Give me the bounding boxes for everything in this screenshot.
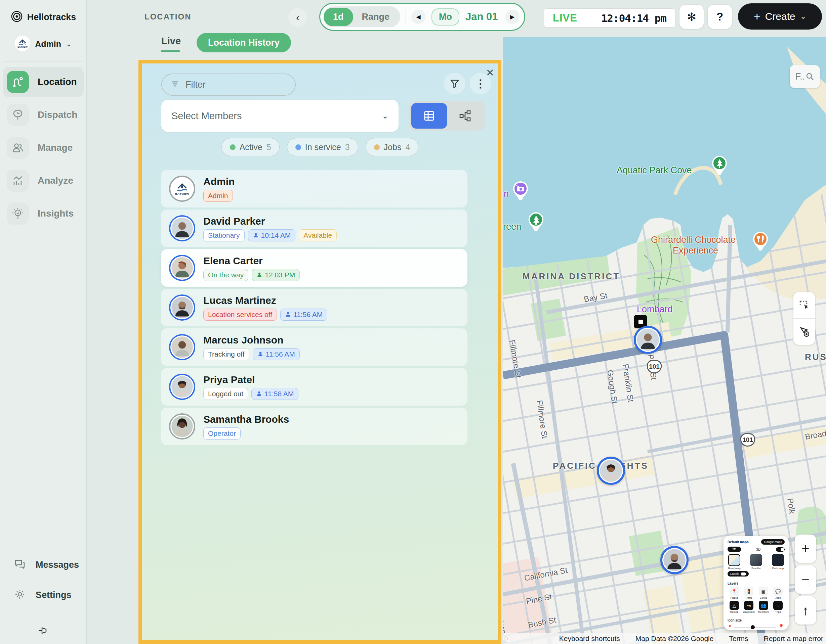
tilt-button[interactable]: ↑ [795,596,816,624]
map-search-button[interactable]: F.. [790,65,820,88]
google-maps-button[interactable]: Google maps [761,539,785,545]
marquee-select-icon [798,299,810,311]
chevron-left-icon: ‹ [296,12,300,23]
select-members-dropdown[interactable]: Select Members ⌄ [161,100,399,132]
layer-zones[interactable]: ▣Zones [757,587,770,599]
zoom-out-button[interactable]: − [795,565,816,594]
account-name: Admin [35,39,61,49]
member-row-lucas-martinez[interactable]: Lucas Martinez Location services off 11:… [161,289,467,327]
next-day-button[interactable]: ▶ [505,10,520,24]
report-error-link[interactable]: Report a map error [764,635,823,642]
range-1d-button[interactable]: 1d [324,8,353,26]
filter-input[interactable] [185,80,286,90]
prev-day-button[interactable]: ◀ [411,10,425,24]
sidebar: Hellotracks BAYVIEW Admin ⌄ Location [0,0,87,644]
dispatch-icon [7,104,29,126]
member-name: David Parker [203,215,337,227]
availability-badge: Available [299,229,337,242]
member-row-samantha-brooks[interactable]: Samantha Brooks Operator [161,408,467,445]
labels-toggle[interactable]: Labels [728,571,749,576]
status-chips: Active 5 In service 3 Jobs 4 [142,138,498,156]
layer-waypoints[interactable]: ↝Waypoints [742,601,756,613]
tab-location-history[interactable]: Location History [197,33,291,53]
sidebar-item-analyze[interactable]: Analyze [3,166,84,196]
chart-icon [7,170,29,192]
layer-members[interactable]: 👥Members [757,601,770,613]
keyboard-shortcuts-link[interactable]: Keyboard shortcuts [559,635,620,642]
highway-101-shield: 101 [740,433,755,447]
add-place-button[interactable] [793,319,815,345]
tab-live[interactable]: Live [161,36,181,46]
sidebar-item-dispatch[interactable]: Dispatch [3,100,84,130]
poi-label-aquatic-park[interactable]: Aquatic Park Cove [616,165,692,176]
map-avatar-priya-patel[interactable] [597,457,625,485]
collapse-left-button[interactable]: ‹ [288,8,307,27]
sidebar-item-location[interactable]: Location [3,67,84,97]
sidebar-item-messages[interactable]: Messages [0,550,86,580]
layer-trips[interactable]: 𝆺Trips [772,601,785,613]
member-row-david-parker[interactable]: David Parker Stationary 10:14 AM Availab… [161,209,467,247]
park-pin-icon[interactable] [527,212,545,233]
more-options-button[interactable]: ⋮ [470,73,491,94]
selected-date[interactable]: Jan 01 [466,11,498,23]
poi-label-ghirardelli[interactable]: Ghirardelli ChocolateExperience [651,234,718,256]
map-avatar-david-parker[interactable] [634,326,662,354]
restaurant-pin-icon[interactable] [752,231,769,252]
sidebar-item-manage[interactable]: Manage [3,133,84,163]
filter-field[interactable] [161,74,296,96]
avatar: BAYVIEW [169,176,195,202]
chip-active[interactable]: Active 5 [222,138,279,156]
create-button[interactable]: + Create ⌄ [738,3,822,29]
sidebar-item-insights[interactable]: Insights [3,198,84,229]
account-switcher[interactable]: BAYVIEW Admin ⌄ [0,36,86,53]
photo-pin-icon[interactable] [512,181,529,202]
2d-button[interactable]: 2D [728,546,741,552]
layer-routes[interactable]: △Routes [728,601,741,613]
map-attribution: Keyboard shortcuts Map Data ©2026 Google… [503,633,826,644]
icon-size-slider[interactable]: 📍 📍 [728,624,785,630]
map-avatar-lucas-martinez[interactable] [660,546,689,574]
chip-label: Jobs [384,142,402,152]
member-row-priya-patel[interactable]: Priya Patel Logged out 11:58 AM [161,368,467,406]
status-badge: Tracking off [203,348,249,360]
layer-traffic[interactable]: 🚦Traffic [742,587,756,599]
sidebar-item-settings[interactable]: Settings [0,580,86,610]
range-custom-button[interactable]: Range [353,12,399,22]
hierarchy-view-button[interactable] [448,103,482,128]
funnel-filter-button[interactable] [444,73,466,94]
chip-jobs[interactable]: Jobs 4 [366,138,419,156]
person-icon [285,311,291,317]
blue-dot-icon [295,144,301,150]
status-badge: Logged out [203,388,248,400]
help-button[interactable]: ? [708,5,732,29]
3d-label[interactable]: 3D [756,548,761,551]
layer-jobs[interactable]: 💬Jobs [772,587,785,599]
member-row-marcus-johnson[interactable]: Marcus Johnson Tracking off 11:56 AM [161,328,467,366]
current-time: 12:04:14 pm [601,12,666,24]
collapse-pin-button[interactable] [0,619,86,644]
member-row-elena-carter[interactable]: Elena Carter On the way 12:03 PM [161,249,467,287]
area-select-button[interactable] [793,292,815,318]
map-canvas[interactable]: MARINA DISTRICT PACIFIC HEIGHTS RUSSIAN … [503,37,826,644]
live-indicator: LIVE [553,12,577,24]
3d-toggle[interactable] [776,547,785,552]
caret-right-icon: ▶ [510,14,514,20]
zoom-in-button[interactable]: + [795,534,816,563]
person-icon [256,272,262,278]
member-row-admin[interactable]: BAYVIEW Admin Admin [161,170,467,207]
member-name: Lucas Martinez [203,295,327,306]
park-pin-icon[interactable] [711,155,728,176]
sidebar-item-label: Manage [38,142,73,153]
terms-link[interactable]: Terms [729,635,748,642]
layer-places[interactable]: 📍Places [728,587,741,599]
road-map-option[interactable]: Road map [728,554,741,570]
list-view-button[interactable] [411,103,447,128]
weekday-chip[interactable]: Mo [432,8,460,26]
chip-in-service[interactable]: In service 3 [287,138,358,156]
divider [3,61,83,62]
dark-map-option[interactable]: Dark map [771,554,785,570]
ai-assistant-button[interactable]: ✻ [680,5,704,29]
map-settings-card[interactable]: Default maps Google maps 2D 3D Road map … [724,536,789,630]
live-clock: LIVE 12:04:14 pm [544,8,675,28]
satellite-option[interactable]: Satellite [749,554,763,570]
